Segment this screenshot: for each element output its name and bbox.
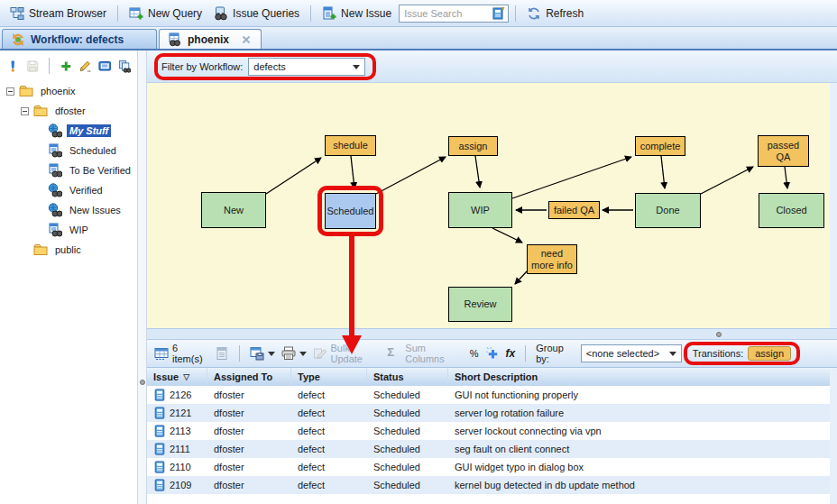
workflow-transition-node-shedule[interactable]: shedule bbox=[325, 135, 376, 156]
column-header-type[interactable]: Type bbox=[291, 368, 367, 386]
issue-queries-button[interactable]: Issue Queries bbox=[209, 5, 304, 23]
new-query-icon bbox=[129, 6, 143, 21]
issue-number: 2111 bbox=[170, 444, 190, 454]
printer-button[interactable] bbox=[281, 346, 307, 361]
issue-search-input[interactable] bbox=[401, 8, 492, 19]
tree-item-public[interactable]: public bbox=[0, 240, 137, 260]
table-row-issue-2111[interactable]: 2111dfosterdefectScheduledseg fault on c… bbox=[147, 440, 830, 458]
workflow-state-node-closed[interactable]: Closed bbox=[759, 193, 824, 228]
tree-item-new-issues[interactable]: New Issues bbox=[0, 200, 137, 220]
column-header-status[interactable]: Status bbox=[367, 368, 448, 386]
chevron-down-icon[interactable] bbox=[299, 352, 307, 360]
tree-item-label: phoenix bbox=[38, 85, 78, 97]
issue-doc-icon bbox=[153, 425, 166, 437]
issue-status: Scheduled bbox=[373, 408, 420, 418]
issue-status: Scheduled bbox=[373, 426, 420, 436]
node-label: Closed bbox=[776, 205, 806, 216]
tree-item-dfoster[interactable]: dfoster bbox=[0, 101, 137, 121]
tab-label: Workflow: defects bbox=[31, 33, 124, 46]
query-doc-icon bbox=[48, 163, 62, 178]
sort-descending-icon[interactable]: ▽ bbox=[183, 372, 189, 381]
stream-browser-button[interactable]: Stream Browser bbox=[5, 5, 111, 23]
issue-status: Scheduled bbox=[373, 389, 420, 400]
workflow-transition-node-need-more-info[interactable]: need more info bbox=[527, 244, 577, 274]
chevron-down-icon bbox=[353, 65, 360, 73]
splitter-handle-icon[interactable] bbox=[140, 380, 145, 385]
tree-item-label: To Be Verified bbox=[67, 164, 133, 177]
toolbar-separator bbox=[515, 5, 516, 22]
tree-item-scheduled[interactable]: Scheduled bbox=[0, 141, 137, 160]
refresh-button[interactable]: Refresh bbox=[522, 5, 588, 23]
tree-item-verified[interactable]: Verified bbox=[0, 180, 137, 200]
issue-doc-icon bbox=[153, 443, 166, 455]
workflow-canvas[interactable]: sheduleassigncompletepassed QANewSchedul… bbox=[147, 83, 830, 328]
short-description: server lockout connecting via vpn bbox=[455, 426, 602, 436]
workflow-state-node-new[interactable]: New bbox=[201, 192, 266, 228]
workflow-transition-node-passed-qa[interactable]: passed QA bbox=[758, 135, 809, 167]
chevron-down-icon[interactable] bbox=[268, 352, 275, 360]
splitter-handle-icon[interactable] bbox=[716, 332, 722, 337]
table-row-issue-2126[interactable]: 2126dfosterdefectScheduledGUI not functi… bbox=[147, 386, 830, 404]
issue-icon[interactable] bbox=[6, 59, 20, 74]
tree-item-to-be-verified[interactable]: To Be Verified bbox=[0, 160, 137, 180]
tab-phoenix[interactable]: phoenix bbox=[159, 29, 262, 49]
tree-item-wip[interactable]: WIP bbox=[0, 220, 137, 240]
short-description: server log rotation failure bbox=[455, 408, 564, 418]
fx-button[interactable]: fx bbox=[506, 347, 516, 360]
edit-icon[interactable] bbox=[78, 59, 92, 74]
transition-assign-button[interactable]: assign bbox=[748, 346, 791, 361]
table-row-issue-2113[interactable]: 2113dfosterdefectScheduledserver lockout… bbox=[147, 422, 830, 440]
assigned-to: dfoster bbox=[214, 462, 244, 472]
column-header-short-description[interactable]: Short Description bbox=[448, 368, 830, 386]
workflow-transition-node-complete[interactable]: complete bbox=[635, 136, 685, 156]
close-tab-icon[interactable] bbox=[240, 33, 253, 46]
add-icon[interactable] bbox=[60, 59, 73, 74]
group-by-dropdown[interactable]: <none selected> bbox=[581, 344, 682, 362]
group-by-group: Group by: <none selected> bbox=[536, 343, 682, 364]
tree-item-label: Verified bbox=[67, 184, 106, 197]
table-row-issue-2109[interactable]: 2109dfosterdefectScheduledkernel bug det… bbox=[147, 476, 830, 494]
tree-item-my-stuff[interactable]: My Stuff bbox=[0, 121, 137, 141]
tree-item-label: Scheduled bbox=[67, 144, 119, 157]
collapse-icon[interactable] bbox=[21, 107, 29, 115]
window-save-button[interactable] bbox=[250, 346, 275, 361]
tab-workflow-defects[interactable]: Workflow: defects bbox=[2, 29, 157, 49]
tab-bar: Workflow: defects phoenix bbox=[0, 27, 837, 50]
workflow-state-node-wip[interactable]: WIP bbox=[448, 192, 512, 228]
column-header-issue[interactable]: Issue ▽ bbox=[147, 368, 207, 386]
issue-type: defect bbox=[298, 389, 325, 400]
group-by-label: Group by: bbox=[536, 343, 577, 364]
open-issue-icon[interactable] bbox=[98, 59, 112, 74]
node-label: WIP bbox=[471, 205, 490, 216]
column-header-assigned-to[interactable]: Assigned To bbox=[207, 368, 291, 386]
node-label: complete bbox=[640, 141, 681, 152]
workflow-transition-node-assign[interactable]: assign bbox=[448, 136, 498, 156]
collapse-icon[interactable] bbox=[6, 87, 14, 96]
toolbar-separator bbox=[310, 5, 311, 22]
add-columns-button[interactable] bbox=[485, 346, 500, 361]
new-query-button[interactable]: New Query bbox=[124, 5, 207, 23]
table-row-issue-2110[interactable]: 2110dfosterdefectScheduledGUI widget typ… bbox=[147, 458, 830, 476]
new-issue-label: New Issue bbox=[341, 7, 391, 20]
query-tree: phoenixdfosterMy StuffScheduledTo Be Ver… bbox=[0, 81, 137, 260]
tree-item-phoenix[interactable]: phoenix bbox=[0, 81, 137, 101]
new-issue-button[interactable]: New Issue bbox=[317, 5, 396, 23]
workflow-state-node-done[interactable]: Done bbox=[635, 193, 701, 228]
workflow-filter-dropdown[interactable]: defects bbox=[248, 58, 365, 76]
copy-query-icon[interactable] bbox=[118, 59, 132, 74]
6-item-s-button[interactable]: 6 item(s) bbox=[154, 343, 208, 364]
-button[interactable]: % bbox=[470, 348, 479, 359]
issue-type: defect bbox=[298, 426, 325, 436]
query-table-icon bbox=[168, 32, 182, 47]
table-row-issue-2121[interactable]: 2121dfosterdefectScheduledserver log rot… bbox=[147, 404, 830, 422]
horizontal-splitter[interactable] bbox=[147, 328, 837, 340]
tree-item-label: public bbox=[52, 243, 84, 256]
fx-label: fx bbox=[506, 347, 516, 360]
issue-search[interactable] bbox=[399, 5, 509, 23]
vertical-splitter[interactable] bbox=[137, 50, 147, 504]
workflow-state-node-review[interactable]: Review bbox=[448, 287, 512, 322]
issue-number: 2126 bbox=[170, 389, 191, 400]
issue-search-go-icon[interactable] bbox=[492, 6, 506, 21]
workflow-state-node-scheduled[interactable]: Scheduled bbox=[325, 193, 376, 229]
workflow-transition-node-failed-qa[interactable]: failed QA bbox=[548, 201, 600, 219]
